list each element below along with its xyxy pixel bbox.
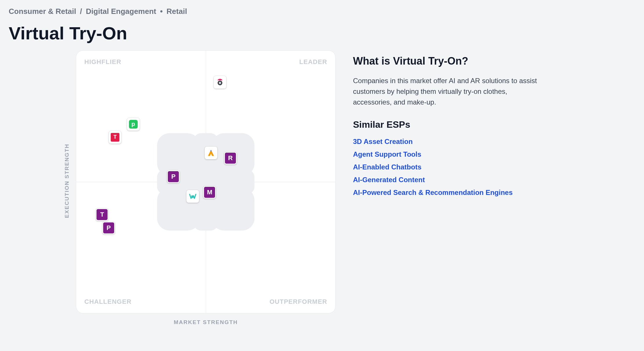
chart-point-logo-icon: [207, 149, 215, 157]
similar-esp-list: 3D Asset CreationAgent Support ToolsAI-E…: [353, 135, 539, 199]
chart-point-label: T: [100, 211, 104, 218]
similar-esp-item: AI-Enabled Chatbots: [353, 161, 539, 173]
chart-point-company-p1[interactable]: P: [167, 170, 180, 183]
similar-esp-link[interactable]: AI-Powered Search & Recommendation Engin…: [353, 186, 513, 199]
similar-esp-link[interactable]: 3D Asset Creation: [353, 135, 413, 148]
info-panel: What is Virtual Try-On? Companies in thi…: [353, 50, 539, 326]
quadrant-label-highflier: HIGHFLIER: [84, 58, 121, 66]
chart-point-company-1-camera-logo[interactable]: [214, 76, 226, 89]
breadcrumb-tag[interactable]: Retail: [167, 7, 187, 16]
chart-point-logo-icon: [216, 78, 224, 86]
chart-point-label: T: [111, 133, 119, 142]
breadcrumb-dot: •: [158, 7, 165, 16]
similar-heading: Similar ESPs: [353, 119, 539, 130]
quadrant-label-challenger: CHALLENGER: [84, 298, 132, 306]
similar-esp-item: AI-Generated Content: [353, 173, 539, 186]
chart-point-company-p-green[interactable]: p: [127, 118, 140, 131]
similar-esp-item: AI-Powered Search & Recommendation Engin…: [353, 186, 539, 199]
similar-esp-item: 3D Asset Creation: [353, 135, 539, 148]
about-body: Companies in this market offer AI and AR…: [353, 75, 539, 108]
chart-point-company-t-red[interactable]: T: [109, 131, 121, 144]
quadrant-label-outperformer: OUTPERFORMER: [270, 298, 327, 306]
similar-esp-link[interactable]: AI-Generated Content: [353, 173, 425, 186]
chart-point-company-m[interactable]: M: [203, 186, 216, 199]
x-axis-label: MARKET STRENGTH: [76, 319, 336, 326]
chart-point-label: P: [171, 173, 176, 180]
similar-esp-link[interactable]: Agent Support Tools: [353, 148, 421, 161]
similar-esp-link[interactable]: AI-Enabled Chatbots: [353, 161, 421, 173]
chart-point-company-p2[interactable]: P: [102, 222, 115, 234]
about-heading: What is Virtual Try-On?: [353, 55, 539, 67]
page-title: Virtual Try-On: [9, 23, 635, 43]
breadcrumb-slash: /: [78, 7, 84, 16]
chart-point-company-t2[interactable]: T: [96, 208, 108, 221]
chart-point-label: M: [207, 189, 212, 196]
chart-plot-area: HIGHFLIER LEADER CHALLENGER OUTPERFORMER: [76, 50, 336, 313]
chart-point-company-r[interactable]: R: [224, 152, 237, 164]
chart-point-label: R: [228, 154, 233, 162]
quadrant-label-leader: LEADER: [299, 58, 327, 66]
chart-point-label: p: [129, 120, 138, 129]
y-axis-label: EXECUTION STRENGTH: [64, 144, 70, 218]
breadcrumb-subcategory[interactable]: Digital Engagement: [86, 7, 156, 16]
watermark-icon: [145, 121, 267, 243]
chart-point-logo-icon: [189, 192, 197, 200]
svg-point-7: [219, 82, 221, 84]
similar-esp-item: Agent Support Tools: [353, 148, 539, 161]
svg-rect-0: [157, 133, 200, 176]
chart-point-label: P: [106, 224, 111, 232]
svg-rect-3: [212, 188, 254, 231]
quadrant-chart: EXECUTION STRENGTH HIGHFLIER LEADER CHAL…: [64, 50, 336, 326]
chart-point-company-w-logo[interactable]: [186, 190, 199, 203]
chart-point-company-a-logo[interactable]: [205, 147, 217, 159]
breadcrumb-category[interactable]: Consumer & Retail: [9, 7, 76, 16]
breadcrumb: Consumer & Retail / Digital Engagement •…: [9, 7, 635, 16]
